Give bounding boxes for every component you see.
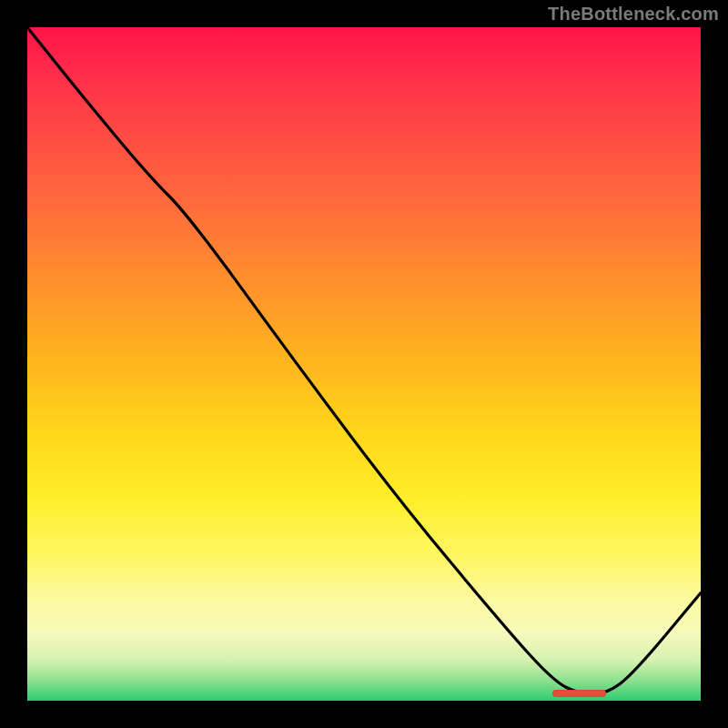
optimal-range-marker — [552, 690, 606, 697]
plot-area — [27, 27, 701, 701]
watermark-text: TheBottleneck.com — [548, 4, 719, 25]
chart-frame: TheBottleneck.com — [0, 0, 728, 728]
bottleneck-curve — [27, 27, 701, 701]
